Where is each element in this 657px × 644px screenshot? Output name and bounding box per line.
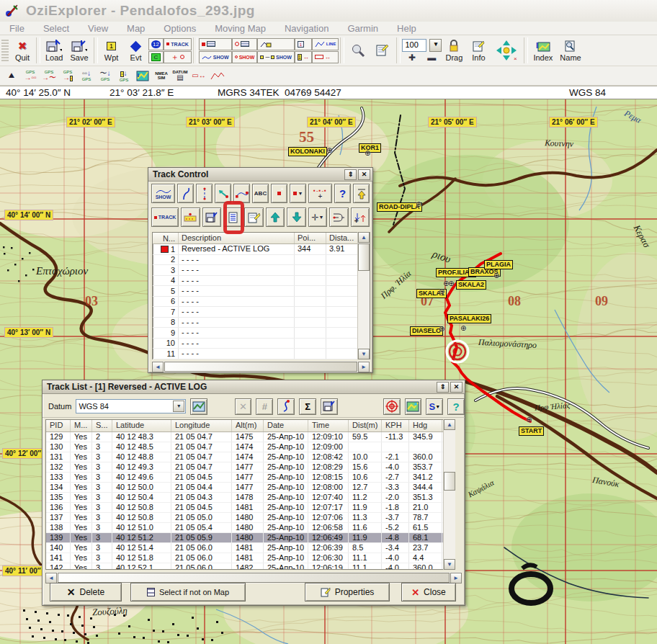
track-points-body[interactable]: 129Yes240 12 48.321 05 04.7147525-Апр-10… xyxy=(46,432,455,570)
map-road-icon[interactable]: ⛰ xyxy=(3,67,20,84)
track-row-9[interactable]: 9- - - - xyxy=(153,328,370,339)
map-feature-buttons[interactable]: 1 1↔ xyxy=(295,35,312,66)
menu-moving-map[interactable]: Moving Map xyxy=(205,23,275,34)
track-row-5[interactable]: 5- - - - xyxy=(153,286,370,297)
scroll-down-arrow[interactable]: ▼ xyxy=(444,559,455,570)
tl-help-button[interactable]: ? xyxy=(447,398,465,415)
track-point-row-132[interactable]: 132Yes340 12 49.321 05 04.7147725-Апр-10… xyxy=(46,462,455,473)
tl-column-header-altm[interactable]: Alt(m) xyxy=(232,420,264,431)
tc-move-up-button[interactable] xyxy=(266,207,285,227)
event-list-show-buttons[interactable]: SHOW xyxy=(232,35,258,66)
tc-properties-button[interactable] xyxy=(244,207,263,227)
line-ruler-buttons[interactable]: LINE ↔ xyxy=(312,35,339,66)
datum-button[interactable]: DATUM▤ xyxy=(171,67,189,84)
pan-control[interactable]: × xyxy=(491,35,522,66)
track-point-row-129[interactable]: 129Yes240 12 48.321 05 04.7147525-Апр-10… xyxy=(46,432,455,442)
info-button[interactable]: Info xyxy=(466,35,491,66)
waypoint-button[interactable]: 1 Wpt xyxy=(99,35,124,66)
zoom-in-button[interactable]: ✚ xyxy=(408,53,416,63)
feature-show-buttons[interactable]: ─SHOW xyxy=(257,35,294,66)
quit-button[interactable]: ✖ Quit xyxy=(10,35,35,66)
menu-navigation[interactable]: Navigation xyxy=(275,23,338,34)
track-grid-header[interactable]: N...DescriptionPoi...Dista... xyxy=(153,233,370,244)
tl-column-header-m[interactable]: M... xyxy=(71,420,92,431)
drag-button[interactable]: Drag xyxy=(442,35,466,66)
track-point-row-130[interactable]: 130Yes340 12 48.521 05 04.7147425-Апр-10… xyxy=(46,442,455,452)
gps-upload-waypoints-button[interactable]: GPS→▫▫ xyxy=(22,67,39,84)
datum-combobox[interactable]: WGS 84 ▾ xyxy=(76,399,186,413)
tc-abc-label-button[interactable]: ABC xyxy=(252,184,269,203)
tl-column-header-date[interactable]: Date xyxy=(264,420,308,431)
track-row-7[interactable]: 7- - - - xyxy=(153,307,370,318)
tc-column-header[interactable]: Dista... xyxy=(326,233,359,243)
scroll-up-arrow[interactable]: ▲ xyxy=(358,232,370,243)
track-row-3[interactable]: 3- - - - xyxy=(153,265,370,276)
tc-move-point-button[interactable] xyxy=(215,184,231,203)
zoom-tool-button[interactable] xyxy=(346,35,370,66)
scroll-up-arrow[interactable]: ▲ xyxy=(444,419,455,430)
gps-download-route-button[interactable]: 〜↓GPS xyxy=(97,67,114,84)
tc-vertical-track-button[interactable] xyxy=(196,184,213,203)
track-control-close-button[interactable]: ✕ xyxy=(358,169,370,180)
track-grid-body[interactable]: 1Reversed - ACTIVE LOG3443.912- - - -3- … xyxy=(153,244,370,359)
zoom-out-button[interactable]: ▬ xyxy=(427,53,436,63)
track-control-rollup-button[interactable]: ⇕ xyxy=(344,169,357,180)
track-points-header[interactable]: PIDM...S...LatitudeLongitudeAlt(m)DateTi… xyxy=(46,420,455,432)
tl-column-header-hdg[interactable]: Hdg xyxy=(409,420,442,431)
tl-map-image-button[interactable] xyxy=(405,398,422,415)
save-button[interactable]: Save xyxy=(66,35,91,66)
tl-center-map-button[interactable] xyxy=(383,398,401,415)
tc-save-track-button[interactable] xyxy=(202,207,221,227)
tl-column-header-s[interactable]: S... xyxy=(92,420,112,431)
scroll-thumb[interactable] xyxy=(358,243,370,271)
waypoint-label-pasalaki26[interactable]: PASALAKI26 xyxy=(447,314,491,323)
tl-reverse-button[interactable] xyxy=(277,398,295,415)
track-list-rollup-button[interactable]: ⇕ xyxy=(437,382,449,393)
tc-track-button[interactable]: TRACK xyxy=(151,207,179,227)
menu-view[interactable]: View xyxy=(79,23,117,34)
tc-show-button[interactable]: SHOW xyxy=(151,184,175,203)
track-row-11[interactable]: 11- - - - xyxy=(153,349,370,359)
gps-upload-track-button[interactable]: GPS→▫ xyxy=(59,67,76,84)
ruler-button[interactable]: ▭↔ xyxy=(190,67,207,84)
track-control-titlebar[interactable]: Track Control ⇕ ✕ xyxy=(148,168,372,182)
tc-sort-buttons[interactable]: ✚ xyxy=(351,207,370,227)
tc-insert-point-button[interactable] xyxy=(233,184,250,203)
track-point-row-141[interactable]: 141Yes340 12 51.821 05 06.0148125-Апр-10… xyxy=(46,553,455,563)
tl-save-button[interactable] xyxy=(321,398,338,415)
tl-sum-button[interactable]: Σ xyxy=(299,398,316,415)
track-color-swatch[interactable] xyxy=(161,246,169,253)
gps-upload-route-button[interactable]: GPS→〜 xyxy=(40,67,58,84)
tc-point-menu-button[interactable]: ▼ xyxy=(290,184,306,203)
track-row-2[interactable]: 2- - - - xyxy=(153,255,370,266)
tl-column-header-time[interactable]: Time xyxy=(308,420,349,431)
menu-options[interactable]: Options xyxy=(154,23,205,34)
point-count-buttons[interactable]: 12 C xyxy=(148,35,164,66)
event-button[interactable]: Evt xyxy=(124,35,148,66)
tl-column-header-longitude[interactable]: Longitude xyxy=(171,420,232,431)
scroll-thumb[interactable] xyxy=(164,362,357,372)
tl-show-on-map-button[interactable] xyxy=(190,398,207,415)
tc-point-button[interactable]: + xyxy=(271,184,287,203)
track-row-6[interactable]: 6- - - - xyxy=(153,297,370,308)
waypoint-list-show-buttons[interactable]: SHOW xyxy=(199,35,232,66)
waypoint-label-start[interactable]: START xyxy=(519,426,544,436)
datum-dropdown-arrow[interactable]: ▾ xyxy=(173,401,184,412)
track-list-window[interactable]: Track List - [1] Reversed - ACTIVE LOG ⇕… xyxy=(42,380,465,606)
track-list-close-button[interactable]: ✕ xyxy=(450,382,462,393)
load-button[interactable]: Load xyxy=(42,35,66,66)
tl-column-header-pid[interactable]: PID xyxy=(46,420,71,431)
track-row-4[interactable]: 4- - - - xyxy=(153,276,370,287)
toolbar-drag-handle[interactable] xyxy=(1,38,9,63)
tc-collapse-button[interactable] xyxy=(353,184,370,203)
tl-column-header-kph[interactable]: KPH xyxy=(382,420,409,431)
track-control-window[interactable]: Track Control ⇕ ✕ SHOW ABC + ▼ ▪-▪-▪+ ? … xyxy=(148,167,373,373)
close-button[interactable]: ✕Close xyxy=(401,583,456,601)
scroll-thumb[interactable] xyxy=(444,472,455,491)
tc-column-header[interactable]: Description xyxy=(179,233,295,243)
tc-column-header[interactable]: N... xyxy=(153,233,179,243)
tc-column-header[interactable]: Poi... xyxy=(295,233,326,243)
tl-column-header-distm[interactable]: Dist(m) xyxy=(349,420,382,431)
track-point-row-133[interactable]: 133Yes340 12 49.621 05 04.5147725-Апр-10… xyxy=(46,473,455,483)
track-points-vscrollbar[interactable]: ▲ ▼ xyxy=(443,419,455,570)
